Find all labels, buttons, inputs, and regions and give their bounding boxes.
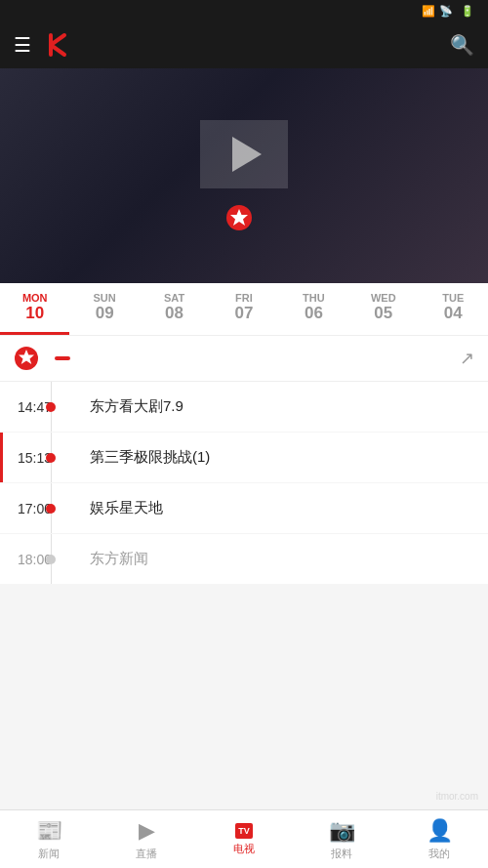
program-dot [46,555,56,564]
channel-select-button[interactable] [55,356,70,360]
day-item-sun[interactable]: SUN09 [69,283,139,335]
video-banner[interactable] [0,68,488,283]
status-bar: 📶 📡 🔋 [0,0,488,21]
status-right: 📶 📡 🔋 [418,5,478,18]
nav-logo-area: ☰ [14,29,74,61]
bottom-nav-icon: ▶ [139,818,155,844]
program-item[interactable]: 14:47东方看大剧7.9 [0,382,488,433]
program-title: 娱乐星天地 [90,499,163,517]
bottom-nav-item-电视[interactable]: TV电视 [195,810,293,868]
bottom-nav-label: 电视 [233,842,255,856]
external-link-icon[interactable]: ↗ [460,348,474,369]
day-name: FRI [235,292,253,304]
program-list: 14:47东方看大剧7.915:13第三季极限挑战(1)17:00娱乐星天地18… [0,382,488,585]
program-title: 东方新闻 [90,550,148,568]
day-item-sat[interactable]: SAT08 [140,283,209,335]
battery-icon: 🔋 [461,5,474,18]
bottom-nav-icon: 📰 [36,818,62,844]
day-selector: MON10SUN09SAT08FRI07THU06WED05TUE04 [0,283,488,336]
bottom-nav-item-我的[interactable]: 👤我的 [390,810,488,868]
day-num: 05 [374,304,392,323]
wifi-icon: 📶 [422,5,435,18]
app-logo[interactable] [43,29,74,61]
top-nav: ☰ 🔍 [0,21,488,68]
bottom-nav-label: 我的 [428,847,450,861]
day-num: 06 [305,304,323,323]
program-item[interactable]: 15:13第三季极限挑战(1) [0,433,488,483]
play-triangle-icon [232,137,262,172]
channel-header: ↗ [0,336,488,382]
program-item[interactable]: 18:00东方新闻 [0,534,488,585]
day-item-wed[interactable]: WED05 [348,283,418,335]
day-num: 10 [25,304,44,323]
bottom-nav-item-报料[interactable]: 📷报料 [293,810,390,868]
signal-icon: 📡 [439,5,453,18]
channel-header-logo [14,346,39,371]
bottom-nav-icon: 👤 [427,818,453,844]
tv-icon: TV [235,823,253,839]
day-num: 09 [96,304,114,323]
program-title: 东方看大剧7.9 [90,397,183,416]
bottom-nav-label: 直播 [136,847,157,861]
current-indicator [0,433,3,482]
bottom-nav-label: 报料 [331,847,352,861]
day-item-mon[interactable]: MON10 [0,283,69,335]
channel-info [225,204,263,231]
day-name: TUE [442,292,464,304]
day-name: SAT [164,292,184,304]
day-item-fri[interactable]: FRI07 [209,283,278,335]
program-dot [46,504,56,514]
day-name: WED [371,292,396,304]
day-name: MON [22,292,48,304]
day-num: 04 [444,304,463,323]
bottom-nav: 📰新闻▶直播TV电视📷报料👤我的 [0,809,488,868]
play-button-area [210,120,278,188]
program-dot [46,402,56,412]
bottom-nav-icon: 📷 [329,818,355,844]
channel-star-logo [225,204,253,231]
hamburger-icon[interactable]: ☰ [14,33,31,57]
bottom-nav-label: 新闻 [38,847,60,861]
day-name: THU [303,292,325,304]
day-num: 08 [165,304,183,323]
program-dot [46,453,56,463]
search-icon[interactable]: 🔍 [450,33,474,57]
bottom-nav-item-新闻[interactable]: 📰新闻 [0,810,98,868]
svg-rect-0 [43,29,74,61]
day-item-tue[interactable]: TUE04 [419,283,488,335]
film-frame [210,120,278,188]
program-item[interactable]: 17:00娱乐星天地 [0,483,488,534]
day-item-thu[interactable]: THU06 [279,283,348,335]
bottom-nav-item-直播[interactable]: ▶直播 [98,810,195,868]
program-title: 第三季极限挑战(1) [90,448,210,467]
watermark: itmor.com [436,791,478,802]
day-num: 07 [235,304,254,323]
day-name: SUN [94,292,116,304]
